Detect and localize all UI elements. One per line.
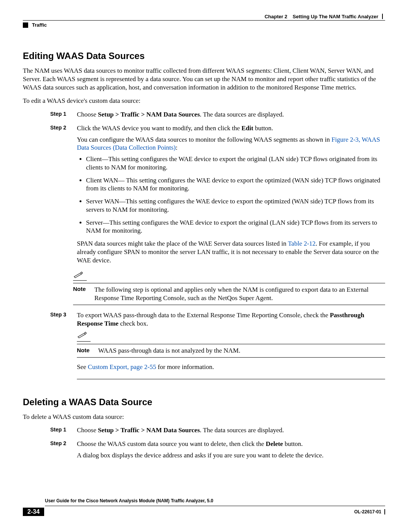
chapter-title: Setting Up The NAM Traffic Analyzer: [293, 14, 378, 19]
footer-separator: [384, 509, 385, 514]
footer-doc-code: OL-22617-01: [354, 509, 385, 515]
page-footer: User Guide for the Cisco Network Analysi…: [23, 498, 385, 516]
delete-step-2: Step 2 Choose the WAAS custom data sourc…: [23, 440, 385, 463]
note-text: The following step is optional and appli…: [94, 286, 385, 302]
step-2-line1: Click the WAAS device you want to modify…: [77, 124, 385, 133]
custom-export-link[interactable]: Custom Export, page 2-55: [88, 363, 156, 371]
note-block-2: Note WAAS pass-through data is not analy…: [77, 331, 385, 358]
note-label: Note: [77, 347, 98, 354]
step-2-label: Step 2: [50, 124, 73, 131]
step-1-text: Choose Setup > Traffic > NAM Data Source…: [77, 110, 385, 119]
note-text: WAAS pass-through data is not analyzed b…: [98, 347, 385, 355]
step-3-label: Step 3: [50, 311, 73, 318]
section-title-editing: Editing WAAS Data Sources: [23, 51, 385, 61]
delete-step-2-text: Choose the WAAS custom data source you w…: [77, 440, 385, 448]
list-item: Client WAN— This setting configures the …: [86, 176, 385, 193]
step-2: Step 2 Click the WAAS device you want to…: [23, 124, 385, 268]
delete-step-2-extra: A dialog box displays the device address…: [77, 451, 385, 460]
running-header: Chapter 2 Setting Up The NAM Traffic Ana…: [23, 14, 385, 20]
delete-step-1: Step 1 Choose Setup > Traffic > NAM Data…: [23, 426, 385, 438]
header-square-icon: [23, 22, 28, 28]
list-item: Server WAN—This setting configures the W…: [86, 197, 385, 214]
intro-paragraph: The NAM uses WAAS data sources to monito…: [23, 67, 385, 91]
section-title-deleting: Deleting a WAAS Data Source: [23, 397, 385, 407]
step-3-line1: To export WAAS pass-through data to the …: [77, 311, 385, 328]
span-paragraph: SPAN data sources might take the place o…: [77, 240, 385, 264]
step-3: Step 3 To export WAAS pass-through data …: [23, 311, 385, 374]
chapter-label: Chapter 2: [264, 14, 287, 19]
note-label: Note: [73, 286, 94, 292]
step-1-label: Step 1: [50, 110, 73, 117]
pencil-icon: [77, 331, 385, 340]
section-rule: [77, 379, 385, 379]
step-1-label: Step 1: [50, 426, 73, 433]
section-breadcrumb: Traffic: [32, 22, 47, 28]
pencil-icon: [73, 271, 385, 280]
delete-step-1-text: Choose Setup > Traffic > NAM Data Source…: [77, 426, 385, 435]
delete-intro: To delete a WAAS custom data source:: [23, 413, 385, 421]
segment-list: Client—This setting configures the WAE d…: [77, 155, 385, 235]
list-item: Server—This setting configures the WAE d…: [86, 219, 385, 235]
note-block-1: Note The following step is optional and …: [73, 271, 385, 305]
header-bar: Traffic: [23, 20, 385, 28]
step-2-line2: You can configure the WAAS data sources …: [77, 136, 385, 152]
header-separator: [382, 14, 383, 19]
table-2-12-link[interactable]: Table 2-12: [288, 240, 315, 247]
page-number-badge: 2-34: [23, 508, 44, 516]
footer-guide-title: User Guide for the Cisco Network Analysi…: [45, 498, 385, 506]
step-1: Step 1 Choose Setup > Traffic > NAM Data…: [23, 110, 385, 122]
step-3-see: See Custom Export, page 2-55 for more in…: [77, 363, 385, 371]
list-item: Client—This setting configures the WAE d…: [86, 155, 385, 172]
step-2-label: Step 2: [50, 440, 73, 446]
intro-paragraph-2: To edit a WAAS device's custom data sour…: [23, 97, 385, 105]
